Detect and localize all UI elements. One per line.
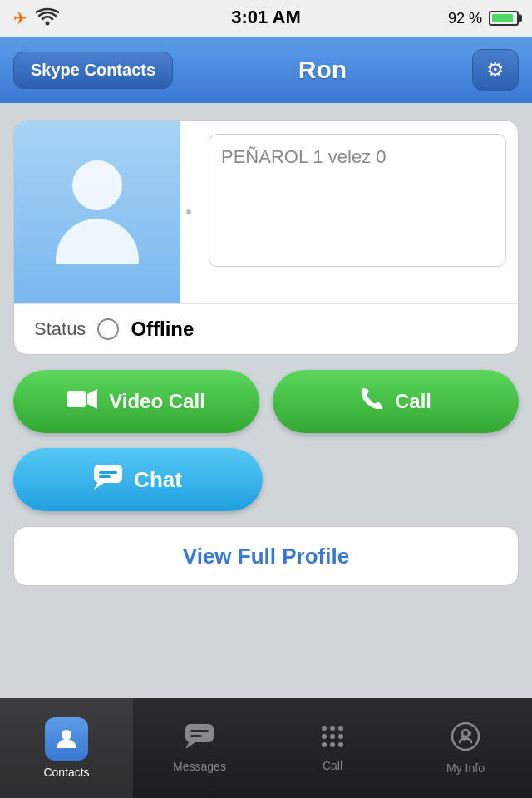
skype-contacts-button[interactable]: Skype Contacts: [13, 52, 173, 89]
status-note-box: PEÑAROL 1 velez 0: [209, 134, 506, 267]
video-icon: [67, 388, 97, 416]
svg-point-17: [338, 734, 343, 739]
wifi-icon: [36, 7, 59, 30]
svg-rect-6: [99, 475, 111, 478]
gear-icon: ⚙: [486, 58, 505, 81]
status-bar: ✈ 3:01 AM 92 %: [0, 0, 532, 37]
status-value: Offline: [131, 318, 194, 341]
chat-label: Chat: [134, 467, 182, 493]
call-tab-icon: [321, 725, 344, 754]
svg-marker-2: [87, 389, 97, 409]
profile-card: PEÑAROL 1 velez 0 Status Offline: [13, 120, 519, 355]
avatar-head: [72, 160, 122, 210]
chat-button[interactable]: Chat: [13, 448, 263, 511]
svg-rect-11: [190, 735, 202, 737]
svg-point-0: [46, 21, 50, 25]
tab-messages-label: Messages: [173, 760, 226, 773]
svg-marker-4: [94, 483, 104, 490]
status-label: Status: [34, 318, 86, 340]
svg-point-15: [322, 734, 327, 739]
tab-messages[interactable]: Messages: [133, 698, 266, 798]
profile-top: PEÑAROL 1 velez 0: [14, 121, 518, 303]
battery-icon: [489, 11, 519, 26]
view-full-profile-label: View Full Profile: [183, 544, 349, 569]
profile-status-note-area: PEÑAROL 1 velez 0: [197, 121, 518, 303]
svg-rect-1: [67, 391, 86, 407]
tab-contacts[interactable]: Contacts: [0, 698, 133, 798]
call-label: Call: [395, 390, 431, 413]
nav-title: Ron: [298, 56, 347, 84]
tab-contacts-icon-wrap: [45, 717, 88, 761]
svg-rect-8: [185, 724, 214, 742]
tab-myinfo-label: My Info: [446, 761, 485, 775]
svg-point-14: [338, 726, 343, 731]
svg-marker-9: [185, 742, 195, 749]
divider-dot: [186, 209, 191, 214]
profile-avatar: [14, 121, 180, 303]
svg-point-7: [62, 730, 71, 740]
status-left-icons: ✈: [13, 7, 59, 30]
tab-call[interactable]: Call: [266, 698, 399, 798]
phone-icon: [360, 387, 383, 416]
tab-bar: Contacts Messages: [0, 698, 532, 798]
tab-myinfo[interactable]: My Info: [399, 698, 532, 798]
view-full-profile-button[interactable]: View Full Profile: [13, 526, 519, 586]
video-call-label: Video Call: [109, 390, 205, 413]
svg-rect-5: [99, 471, 117, 474]
status-time: 3:01 AM: [231, 7, 301, 28]
svg-point-13: [330, 726, 335, 731]
avatar-figure: [56, 160, 139, 264]
chat-button-row: Chat: [13, 448, 519, 511]
status-indicator: [97, 318, 119, 340]
avatar-body: [56, 219, 139, 264]
svg-point-19: [330, 742, 335, 747]
svg-point-18: [322, 742, 327, 747]
tab-call-label: Call: [323, 759, 342, 772]
svg-rect-10: [190, 730, 209, 732]
myinfo-icon: [451, 722, 480, 756]
profile-bottom: Status Offline: [14, 303, 518, 354]
action-buttons-row: Video Call Call: [13, 370, 519, 433]
status-right: 92 %: [448, 10, 519, 27]
profile-divider: [180, 121, 197, 303]
messages-icon: [185, 724, 214, 755]
battery-percent: 92 %: [448, 10, 482, 27]
svg-point-16: [330, 734, 335, 739]
video-call-button[interactable]: Video Call: [13, 370, 259, 433]
airplane-icon: ✈: [13, 8, 27, 28]
settings-button[interactable]: ⚙: [472, 49, 519, 91]
tab-contacts-label: Contacts: [43, 766, 89, 779]
chat-icon: [94, 465, 122, 495]
main-content: PEÑAROL 1 velez 0 Status Offline Video C…: [0, 103, 532, 603]
call-button[interactable]: Call: [273, 370, 519, 433]
svg-point-20: [338, 742, 343, 747]
nav-bar: Skype Contacts Ron ⚙: [0, 37, 532, 103]
svg-point-12: [322, 726, 327, 731]
